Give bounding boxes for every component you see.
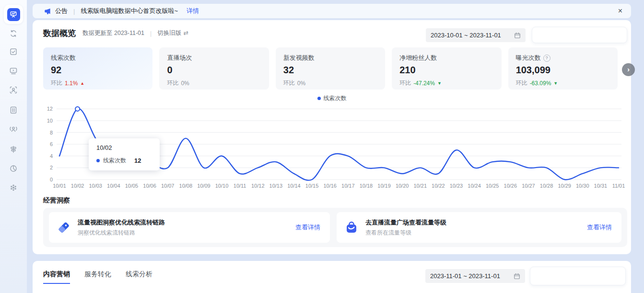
- view-detail-link[interactable]: 查看详情: [295, 223, 320, 232]
- stat-label: 直播场次: [167, 54, 261, 62]
- svg-text:10/19: 10/19: [377, 183, 391, 189]
- account-select[interactable]: [532, 27, 627, 43]
- stat-compare: 环比 -47.24% ▼: [399, 79, 493, 87]
- insight-texts: 去直播流量广场查看流量等级 查看所在流量等级: [365, 218, 446, 237]
- svg-text:10/17: 10/17: [341, 183, 355, 189]
- sidebar-item-signpost[interactable]: [9, 145, 18, 154]
- sidebar-item-data-board[interactable]: [4, 5, 23, 24]
- stat-card-leads[interactable]: 线索次数 92 环比 1.1% ▲: [43, 47, 152, 90]
- svg-text:10/05: 10/05: [125, 183, 139, 189]
- stat-card-new-videos[interactable]: 新发视频数 32 环比 0%: [276, 47, 385, 90]
- chart-legend[interactable]: 线索次数: [33, 94, 631, 102]
- sidebar-item-sync[interactable]: [9, 29, 18, 38]
- svg-text:4: 4: [50, 153, 53, 159]
- svg-text:10/04: 10/04: [107, 183, 120, 189]
- signpost-icon: [9, 145, 18, 154]
- stat-value: 92: [51, 65, 145, 76]
- sidebar-item-tasks[interactable]: [9, 47, 18, 56]
- stat-card-net-fans[interactable]: 净增粉丝人数 210 环比 -47.24% ▼: [392, 47, 501, 90]
- filter-select[interactable]: [530, 267, 626, 285]
- view-detail-link[interactable]: 查看详情: [587, 223, 612, 232]
- svg-text:10/25: 10/25: [486, 183, 499, 189]
- announcement-divider: |: [73, 8, 75, 15]
- switch-icon: ⇄: [183, 30, 188, 36]
- insight-card-traffic[interactable]: 流量视图洞察优化线索流转链路 洞察优化线索流转链路 查看详情: [49, 212, 330, 243]
- tooltip-value: 12: [134, 157, 141, 164]
- sidebar-item-ledger[interactable]: [9, 106, 18, 114]
- announcement-detail-link[interactable]: 详情: [187, 7, 199, 15]
- data-center-page: 公告 | 线索版电脑端数据中心首页改版啦~ 详情 × 数据概览 数据更新至 20…: [0, 0, 644, 293]
- sidebar-item-settings[interactable]: [9, 183, 18, 192]
- tooltip-series-dot: [96, 159, 100, 162]
- sidebar-item-video-manage[interactable]: [9, 67, 18, 75]
- overview-header: 数据概览 数据更新至 2023-11-01 | 切换旧版⇄: [43, 28, 188, 39]
- tab-service-conversion[interactable]: 服务转化: [84, 270, 111, 284]
- trend-down-icon: ▼: [437, 81, 442, 86]
- insight-subtitle: 洞察优化线索流转链路: [78, 229, 165, 237]
- stat-compare: 环比 0%: [167, 79, 261, 87]
- tooltip-date: 10/02: [96, 144, 152, 151]
- tab-content-marketing[interactable]: 内容营销: [43, 270, 70, 284]
- help-icon[interactable]: ?: [543, 55, 550, 62]
- trend-down-icon: ▼: [553, 81, 558, 86]
- svg-text:10/03: 10/03: [89, 183, 102, 189]
- ledger-icon: [9, 106, 18, 114]
- team-icon: [9, 125, 18, 134]
- svg-text:10/29: 10/29: [558, 183, 571, 189]
- insight-title: 流量视图洞察优化线索流转链路: [78, 218, 165, 227]
- svg-text:10/23: 10/23: [450, 183, 463, 189]
- insight-subtitle: 查看所在流量等级: [365, 229, 446, 237]
- calendar-icon: [514, 32, 521, 39]
- legend-label: 线索次数: [324, 94, 347, 102]
- stat-card-impressions[interactable]: 曝光次数 ? 103,099 环比 -63.09% ▼: [508, 47, 618, 90]
- stat-value: 32: [283, 65, 377, 76]
- stat-card-live-sessions[interactable]: 直播场次 0 环比 0%: [159, 47, 269, 90]
- page-title: 数据概览: [43, 28, 76, 39]
- face-recognition-icon: [9, 86, 18, 94]
- carousel-next-button[interactable]: ›: [622, 63, 635, 76]
- svg-text:10/08: 10/08: [179, 183, 193, 189]
- svg-text:12: 12: [47, 106, 53, 112]
- stat-label: 曝光次数 ?: [516, 54, 610, 62]
- svg-text:6: 6: [50, 141, 53, 147]
- header-divider: |: [150, 30, 152, 37]
- insight-texts: 流量视图洞察优化线索流转链路 洞察优化线索流转链路: [78, 218, 165, 237]
- date-range-picker-top[interactable]: 2023-10-01 ~ 2023-11-01: [426, 28, 526, 42]
- insights-strip: 流量视图洞察优化线索流转链路 洞察优化线索流转链路 查看详情 去直播流量广场查看…: [43, 208, 627, 247]
- live-bag-icon: [343, 219, 360, 236]
- svg-text:10/20: 10/20: [396, 183, 409, 189]
- svg-text:10/02: 10/02: [71, 183, 84, 189]
- settings-icon: [9, 183, 18, 192]
- svg-text:10/07: 10/07: [161, 183, 175, 189]
- switch-old-version-link[interactable]: 切换旧版⇄: [157, 29, 188, 37]
- svg-text:10/30: 10/30: [576, 183, 589, 189]
- svg-text:10/31: 10/31: [594, 183, 608, 189]
- sidebar-item-pie-analysis[interactable]: [9, 164, 18, 173]
- update-time-text: 数据更新至 2023-11-01: [82, 29, 144, 37]
- date-range-value: 2023-10-01 ~ 2023-11-01: [431, 32, 501, 39]
- insight-card-live-traffic[interactable]: 去直播流量广场查看流量等级 查看所在流量等级 查看详情: [337, 212, 621, 243]
- data-board-icon: [7, 8, 20, 21]
- stat-label: 新发视频数: [283, 54, 377, 62]
- svg-text:10/27: 10/27: [522, 183, 535, 189]
- announcement-text: 线索版电脑端数据中心首页改版啦~: [81, 7, 178, 15]
- stat-cards-row: 线索次数 92 环比 1.1% ▲ 直播场次 0 环比 0% 新发视频数 32: [43, 47, 618, 90]
- tooltip-series-row: 线索次数 12: [96, 157, 152, 165]
- sidebar-item-face-recognition[interactable]: [9, 86, 18, 94]
- announcement-bar: 公告 | 线索版电脑端数据中心首页改版啦~ 详情 ×: [33, 4, 631, 18]
- traffic-tag-icon: [56, 219, 72, 236]
- svg-text:10/24: 10/24: [468, 183, 481, 189]
- chevron-right-icon: ›: [627, 65, 630, 73]
- sidebar-item-team[interactable]: [9, 125, 18, 134]
- video-icon: [9, 67, 18, 75]
- close-icon[interactable]: ×: [616, 6, 624, 16]
- svg-text:10/01: 10/01: [53, 183, 66, 189]
- tab-lead-analysis[interactable]: 线索分析: [126, 270, 152, 284]
- trend-up-icon: ▲: [80, 81, 84, 86]
- svg-text:10/14: 10/14: [287, 183, 301, 189]
- tooltip-series-label: 线索次数: [103, 157, 126, 165]
- legend-dot: [317, 97, 321, 100]
- date-range-picker-bottom[interactable]: 2023-11-01 ~ 2023-11-01: [425, 269, 525, 283]
- calendar-icon: [514, 273, 520, 280]
- svg-text:10/06: 10/06: [143, 183, 156, 189]
